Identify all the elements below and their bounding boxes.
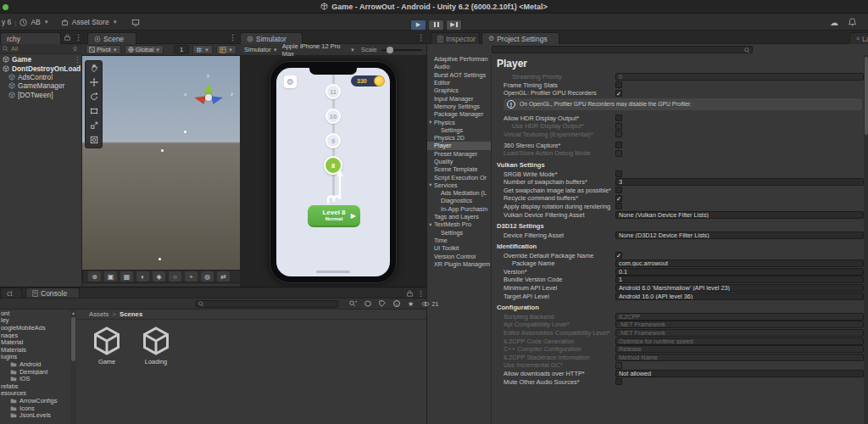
orientation-gizmo[interactable]: y x z: [189, 78, 228, 117]
gizmo-y-axis[interactable]: [204, 79, 213, 94]
setting-checkbox[interactable]: [615, 378, 622, 385]
project-tree-item[interactable]: Materials: [0, 346, 75, 354]
globe-icon[interactable]: ◐: [136, 271, 149, 282]
setting-field[interactable]: Not allowed: [615, 370, 864, 377]
rotate-tool-icon[interactable]: [86, 90, 102, 104]
pause-button[interactable]: [428, 20, 444, 31]
snap-dropdown[interactable]: ▼: [192, 45, 213, 54]
scene-asset[interactable]: Loading: [138, 326, 174, 424]
asset-store-dropdown[interactable]: Asset Store: [72, 18, 109, 26]
scene-handle-dot[interactable]: [161, 149, 164, 152]
project-tree-item[interactable]: iOS: [0, 375, 75, 382]
foldout-arrow-icon[interactable]: ▼: [428, 120, 432, 125]
setting-field[interactable]: com.guc.arrowout: [615, 259, 864, 267]
notifications-bell-icon[interactable]: [849, 18, 856, 26]
hierarchy-item[interactable]: AdsControl: [0, 73, 82, 81]
setting-checkbox[interactable]: [615, 170, 622, 177]
level-node-11[interactable]: 11: [326, 84, 341, 99]
scene-asset[interactable]: Game: [89, 326, 125, 424]
settings-nav-item-ads-mediation-l[interactable]: Ads Mediation (L: [427, 189, 491, 197]
settings-scrollbar-thumb[interactable]: [865, 57, 868, 135]
setting-checkbox[interactable]: [615, 114, 622, 121]
project-tree-item[interactable]: nages: [0, 332, 75, 339]
hand-tool-icon[interactable]: [86, 61, 102, 75]
hierarchy-item[interactable]: Game⋮: [0, 55, 82, 64]
settings-nav-item-graphics[interactable]: Graphics: [427, 86, 491, 94]
settings-nav-item-audio[interactable]: Audio: [427, 63, 491, 70]
hierarchy-item[interactable]: GameManager: [0, 81, 82, 90]
info-icon[interactable]: i: [393, 300, 400, 307]
project-tree-item[interactable]: ley: [0, 317, 75, 325]
tab-console[interactable]: Console: [25, 287, 80, 298]
settings-nav-item-settings[interactable]: Settings: [427, 229, 491, 237]
gizmo-center[interactable]: [205, 94, 212, 101]
transform-tool-icon[interactable]: [86, 133, 102, 148]
scale-slider[interactable]: [381, 49, 422, 51]
rect-tool-icon[interactable]: [86, 104, 102, 119]
project-tree-item[interactable]: ont: [0, 310, 75, 317]
breadcrumb-root[interactable]: Assets: [89, 310, 108, 318]
tree-scrollbar[interactable]: ▲: [70, 310, 76, 424]
tree-scrollbar-thumb[interactable]: [71, 317, 75, 361]
item-menu-icon[interactable]: ⋮: [74, 64, 81, 72]
setting-checkbox[interactable]: ✓: [615, 252, 622, 259]
setting-checkbox[interactable]: [615, 187, 622, 193]
hidden-count-badge[interactable]: 21: [421, 300, 438, 308]
cloud-icon[interactable]: ☁: [830, 18, 838, 27]
settings-nav-item-input-manager[interactable]: Input Manager: [427, 94, 491, 102]
settings-gear-button[interactable]: ⚙: [284, 75, 297, 88]
gizmo-z-axis[interactable]: [211, 92, 228, 104]
settings-nav-item-quality[interactable]: Quality: [427, 158, 491, 165]
sprites-icon[interactable]: ◍: [201, 271, 214, 282]
lock-icon[interactable]: [64, 34, 70, 41]
tab-inspector[interactable]: Inspector: [431, 32, 480, 44]
step-button[interactable]: ▶: [446, 20, 462, 31]
panel-menu-icon[interactable]: ⋮: [229, 33, 236, 42]
scale-tool-icon[interactable]: [86, 119, 102, 133]
game-screen[interactable]: 111098 ⚙ 330 Level 8 Normal ▶: [276, 68, 390, 276]
tab-layout-fragment[interactable]: ≡ La: [849, 32, 868, 44]
tab-scene[interactable]: Scene: [87, 32, 136, 44]
settings-nav-item-preset-manager[interactable]: Preset Manager: [427, 150, 491, 158]
setting-checkbox[interactable]: [615, 81, 622, 88]
simulator-menu-dropdown[interactable]: Simulator▼: [244, 46, 278, 53]
scale-slider-thumb[interactable]: [387, 47, 393, 53]
layers-icon[interactable]: ◈: [153, 271, 165, 282]
scene-handle-dot[interactable]: [159, 258, 161, 260]
grid-size-field[interactable]: 1: [174, 45, 189, 54]
grid-visibility-dropdown[interactable]: ▼: [216, 45, 236, 54]
setting-field[interactable]: Android 16.0 (API level 36): [615, 293, 864, 300]
setting-checkbox[interactable]: [615, 142, 622, 148]
settings-nav-item-physics[interactable]: ▼Physics: [427, 118, 491, 126]
package-filter-icon[interactable]: [364, 300, 371, 307]
settings-nav-item-settings[interactable]: Settings: [427, 126, 491, 134]
settings-search-input[interactable]: [492, 46, 753, 53]
settings-nav-item-package-manager[interactable]: Package Manager: [427, 110, 491, 118]
settings-nav-item-time[interactable]: Time: [427, 237, 491, 244]
textures-icon[interactable]: ▦: [120, 271, 133, 282]
project-tree-item[interactable]: Demigiant: [0, 368, 75, 376]
label-filter-icon[interactable]: [379, 300, 386, 307]
macos-zoom-button[interactable]: [3, 4, 8, 10]
play-button[interactable]: ▶: [410, 20, 426, 31]
level-node-10[interactable]: 10: [326, 109, 341, 124]
device-dropdown[interactable]: Apple iPhone 12 Pro Max▼: [282, 42, 355, 58]
setting-checkbox[interactable]: [615, 203, 622, 209]
settings-nav-item-tags-and-layers[interactable]: Tags and Layers: [427, 213, 491, 220]
global-dropdown[interactable]: Global▼: [125, 45, 164, 54]
pivot-dropdown[interactable]: Pivot▼: [86, 45, 121, 54]
device-icon[interactable]: [131, 19, 140, 26]
settings-nav-item-scene-template[interactable]: Scene Template: [427, 165, 491, 173]
project-tree-item[interactable]: esources: [0, 390, 75, 398]
settings-nav-item-memory-settings[interactable]: Memory Settings: [427, 103, 491, 110]
history-icon[interactable]: [19, 19, 27, 26]
tab-hierarchy[interactable]: rchy: [0, 32, 61, 44]
level-node-9[interactable]: 9: [326, 133, 341, 148]
camera-icon[interactable]: ▣: [104, 271, 117, 282]
setting-field[interactable]: None (D3D12 Device Filter Lists): [615, 232, 864, 239]
zoom-icon[interactable]: ○: [169, 271, 181, 282]
tab-project-fragment[interactable]: ct: [0, 287, 22, 298]
settings-nav-item-xr-plugin-managem[interactable]: XR Plugin Managem: [427, 260, 491, 268]
panel-menu-icon[interactable]: ⋮: [417, 33, 425, 42]
project-tree-item[interactable]: JsonLevels: [0, 411, 75, 419]
